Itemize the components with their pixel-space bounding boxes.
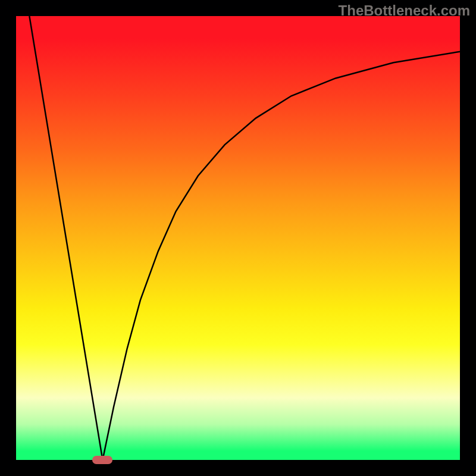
chart-container: TheBottleneck.com xyxy=(0,0,476,476)
optimal-marker xyxy=(92,456,112,464)
watermark-text: TheBottleneck.com xyxy=(339,2,470,19)
bottleneck-curve xyxy=(16,16,460,460)
